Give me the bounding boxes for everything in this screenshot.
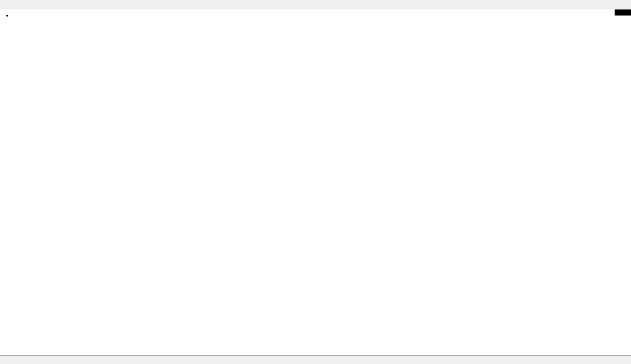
- current-price-tag: [615, 9, 631, 16]
- chart-window[interactable]: ▼: [0, 9, 631, 355]
- chart-canvas[interactable]: [0, 9, 631, 355]
- timeframe-toolbar: [0, 0, 631, 10]
- chart-tabs-bar: [0, 355, 631, 364]
- chart-title-row: ▼: [5, 12, 16, 19]
- collapse-arrow-icon[interactable]: ▼: [5, 14, 9, 18]
